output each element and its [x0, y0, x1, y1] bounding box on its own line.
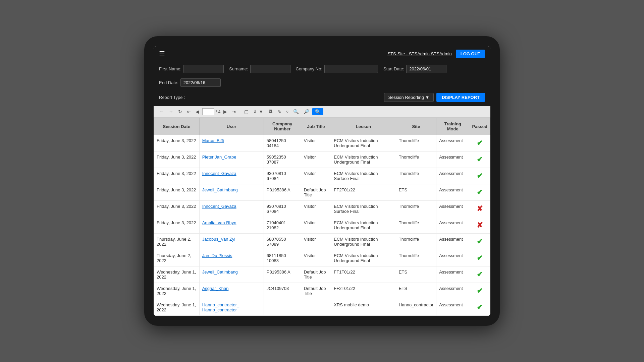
cell-site: Thorncliffe [396, 168, 436, 184]
surname-input[interactable] [250, 65, 290, 73]
search-active-button[interactable]: 🔍 [312, 108, 323, 115]
passed-check-icon: ✔ [477, 188, 483, 196]
table-row: Thursday, June 2, 2022 Jacobus_Van Zyl 6… [154, 234, 490, 250]
cell-passed: ✔ [469, 152, 490, 168]
cell-user: Amalia_van Rhyn [199, 217, 264, 234]
user-link[interactable]: Asghar_Khan [202, 286, 229, 291]
cell-user: Asghar_Khan [199, 283, 264, 299]
view-button[interactable]: ▢ [243, 108, 250, 115]
firstname-input[interactable] [183, 65, 224, 73]
session-reporting-dropdown[interactable]: Session Reporting ▼ [384, 93, 434, 102]
cell-passed: ✘ [469, 201, 490, 217]
cell-site: Hanno_contractor [396, 299, 436, 316]
col-training-mode: Training Mode [436, 118, 469, 135]
report-table: Session Date User Company Number Job Tit… [154, 118, 490, 316]
table-row: Friday, June 3, 2022 Amalia_van Rhyn 710… [154, 217, 490, 234]
display-report-button[interactable]: DISPLAY REPORT [436, 93, 485, 102]
next-page-button[interactable]: ▶ [222, 108, 229, 115]
table-row: Wednesday, June 1, 2022 Hanno_contractor… [154, 299, 490, 316]
user-link[interactable]: Innocent_Gavaza [202, 171, 236, 176]
cell-lesson: ECM Visitors Induction Surface Final [331, 168, 396, 184]
cell-site: Thorncliffe [396, 217, 436, 234]
table-row: Friday, June 3, 2022 Pieter Jan_Grabe 59… [154, 152, 490, 168]
cell-job-title: Visitor [301, 250, 331, 266]
cell-lesson: FF2T01/22 [331, 184, 396, 201]
cell-user: Jewell_Catimbang [199, 184, 264, 201]
cell-company-number [264, 299, 301, 316]
admin-link[interactable]: STS-Site - STSAdmin STSAdmin [387, 51, 451, 56]
filter-button[interactable]: ▿ [284, 108, 290, 115]
cell-user: Pieter Jan_Grabe [199, 152, 264, 168]
cell-session-date: Friday, June 3, 2022 [154, 217, 200, 234]
cell-passed: ✔ [469, 184, 490, 201]
cell-passed: ✔ [469, 299, 490, 316]
user-link[interactable]: Jewell_Catimbang [202, 269, 238, 275]
print-button[interactable]: 🖶 [266, 108, 274, 115]
user-link[interactable]: Amalia_van Rhyn [202, 220, 236, 225]
company-input[interactable] [324, 65, 378, 73]
first-page-button[interactable]: ⇤ [185, 108, 193, 115]
cell-session-date: Friday, June 3, 2022 [154, 152, 200, 168]
start-date-input[interactable] [406, 65, 446, 73]
user-link[interactable]: Pieter Jan_Grabe [202, 155, 236, 160]
user-link[interactable]: Jewell_Catimbang [202, 187, 238, 192]
user-link[interactable]: Jacobus_Van Zyl [202, 237, 235, 242]
cell-passed: ✘ [469, 217, 490, 234]
cell-session-date: Wednesday, June 1, 2022 [154, 283, 200, 299]
annotation-button[interactable]: ✎ [276, 108, 283, 115]
cell-session-date: Wednesday, June 1, 2022 [154, 299, 200, 316]
back-nav-button[interactable]: ← [158, 108, 166, 115]
cell-training-mode: Assessment [436, 250, 469, 266]
cell-training-mode: Assessment [436, 168, 469, 184]
cell-training-mode: Assessment [436, 299, 469, 316]
end-date-label: End Date: [159, 80, 178, 85]
cell-company-number: 59052350 37087 [264, 152, 301, 168]
user-link[interactable]: Jan_Du Plessis [202, 253, 232, 258]
user-link[interactable]: Innocent_Gavaza [202, 204, 236, 209]
cell-job-title: Visitor [301, 152, 331, 168]
download-button[interactable]: ⇓ ▼ [252, 108, 265, 115]
toolbar: ← → ↻ ⇤ ◀ 1 / 4 ▶ ⇥ ▢ ⇓ ▼ 🖶 ✎ ▿ 🔍 🔎 🔍 [154, 106, 490, 118]
top-bar: ☰ STS-Site - STSAdmin STSAdmin LOG OUT [154, 46, 490, 61]
cell-passed: ✔ [469, 266, 490, 283]
cell-site: Thorncliffe [396, 250, 436, 266]
cell-lesson: ECM Visitors Induction Underground Final [331, 135, 396, 152]
last-page-button[interactable]: ⇥ [230, 108, 237, 115]
page-number-input[interactable]: 1 [202, 108, 214, 115]
cell-session-date: Thursday, June 2, 2022 [154, 234, 200, 250]
cell-lesson: FF2T01/22 [331, 283, 396, 299]
user-link[interactable]: Hanno_contractor_ Hanno_contractor [202, 302, 239, 312]
cell-session-date: Friday, June 3, 2022 [154, 168, 200, 184]
cell-job-title: Visitor [301, 135, 331, 152]
cell-company-number: P8195386 A [264, 184, 301, 201]
firstname-label: First Name: [159, 66, 181, 71]
col-session-date: Session Date [154, 118, 200, 135]
refresh-button[interactable]: ↻ [176, 108, 184, 115]
end-date-input[interactable] [180, 78, 221, 87]
cell-session-date: Wednesday, June 1, 2022 [154, 266, 200, 283]
forward-nav-button[interactable]: → [167, 108, 175, 115]
cell-user: Jewell_Catimbang [199, 266, 264, 283]
cell-training-mode: Assessment [436, 152, 469, 168]
table-row: Friday, June 3, 2022 Marco_Biffi 5804125… [154, 135, 490, 152]
passed-check-icon: ✔ [477, 270, 483, 279]
user-link[interactable]: Marco_Biffi [202, 138, 224, 143]
cell-site: Thorncliffe [396, 152, 436, 168]
prev-page-button[interactable]: ◀ [194, 108, 201, 115]
table-area: Session Date User Company Number Job Tit… [154, 118, 490, 316]
hamburger-icon[interactable]: ☰ [159, 50, 165, 58]
col-user: User [199, 118, 264, 135]
cell-passed: ✔ [469, 283, 490, 299]
logout-button[interactable]: LOG OUT [456, 50, 485, 58]
zoom-out-button[interactable]: 🔍 [291, 108, 301, 115]
cell-company-number: P8195386 A [264, 266, 301, 283]
report-row: Report Type : Session Reporting ▼ DISPLA… [154, 90, 490, 106]
table-header-row: Session Date User Company Number Job Tit… [154, 118, 490, 135]
table-row: Friday, June 3, 2022 Innocent_Gavaza 930… [154, 168, 490, 184]
cell-passed: ✔ [469, 135, 490, 152]
zoom-in-button[interactable]: 🔎 [302, 108, 311, 115]
cell-company-number: 71040401 21082 [264, 217, 301, 234]
cell-user: Hanno_contractor_ Hanno_contractor [199, 299, 264, 316]
cell-company-number: 58041250 04184 [264, 135, 301, 152]
table-row: Wednesday, June 1, 2022 Jewell_Catimbang… [154, 266, 490, 283]
